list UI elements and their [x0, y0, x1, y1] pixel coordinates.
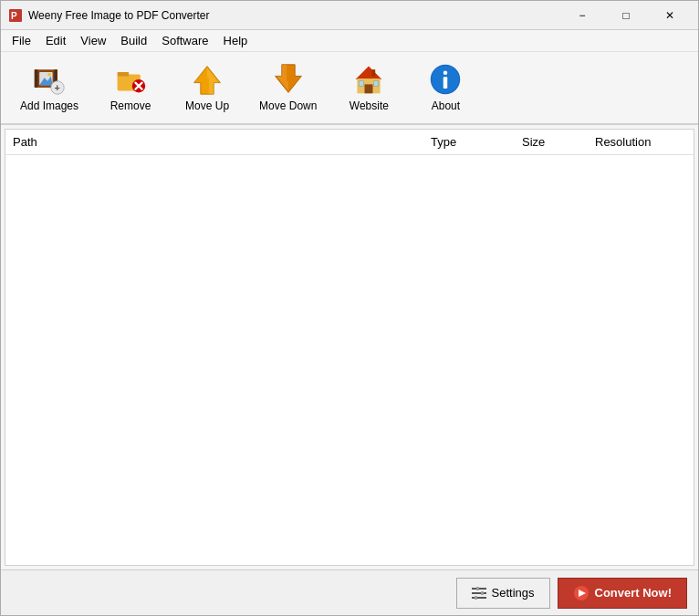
toolbar: + Add Images Remove	[1, 52, 698, 125]
remove-label: Remove	[110, 99, 151, 112]
column-resolution: Resolution	[595, 135, 686, 149]
svg-marker-26	[276, 65, 288, 91]
about-icon	[427, 63, 464, 96]
svg-rect-31	[360, 81, 364, 86]
svg-marker-24	[207, 68, 219, 94]
about-button[interactable]: About	[409, 57, 482, 119]
website-label: Website	[350, 99, 389, 112]
table-body	[5, 155, 694, 565]
svg-rect-7	[37, 79, 38, 82]
svg-rect-9	[54, 71, 56, 74]
svg-marker-27	[356, 67, 382, 79]
menu-file[interactable]: File	[5, 31, 38, 51]
table-header: Path Type Size Resolution	[5, 130, 694, 155]
svg-rect-30	[365, 84, 373, 93]
about-label: About	[432, 99, 460, 112]
move-up-label: Move Up	[185, 99, 229, 112]
svg-rect-36	[443, 77, 448, 89]
convert-icon	[573, 585, 589, 601]
settings-icon	[472, 586, 486, 600]
move-down-label: Move Down	[259, 99, 317, 112]
svg-point-35	[443, 71, 448, 76]
menu-edit[interactable]: Edit	[38, 31, 73, 51]
add-images-icon: +	[31, 63, 68, 96]
add-images-button[interactable]: + Add Images	[8, 57, 90, 119]
svg-rect-38	[472, 592, 486, 594]
svg-rect-6	[37, 76, 38, 78]
svg-rect-40	[476, 587, 479, 590]
website-button[interactable]: Website	[332, 57, 405, 119]
convert-label: Convert Now!	[595, 586, 673, 600]
menu-build[interactable]: Build	[113, 31, 154, 51]
svg-rect-10	[54, 76, 56, 78]
move-up-button[interactable]: Move Up	[171, 57, 244, 119]
move-up-icon	[189, 63, 225, 96]
remove-icon	[112, 63, 149, 96]
move-down-icon	[270, 63, 307, 96]
menu-bar: File Edit View Build Software Help	[1, 30, 698, 52]
svg-text:P: P	[11, 11, 17, 21]
menu-software[interactable]: Software	[154, 31, 215, 51]
website-icon	[350, 63, 387, 96]
svg-text:+: +	[54, 82, 59, 93]
file-list-area: Path Type Size Resolution	[5, 129, 694, 566]
svg-rect-5	[37, 71, 38, 74]
column-size: Size	[522, 135, 595, 149]
remove-button[interactable]: Remove	[94, 57, 167, 119]
menu-help[interactable]: Help	[216, 31, 256, 51]
svg-rect-28	[372, 69, 376, 76]
maximize-button[interactable]: □	[605, 1, 647, 30]
window-title: Weeny Free Image to PDF Converter	[28, 9, 561, 22]
window-controls: − □ ✕	[561, 1, 691, 30]
svg-rect-42	[475, 596, 477, 600]
svg-rect-39	[472, 597, 486, 599]
settings-button[interactable]: Settings	[456, 578, 550, 609]
column-path: Path	[13, 135, 431, 149]
svg-rect-8	[37, 84, 38, 87]
move-down-button[interactable]: Move Down	[247, 57, 329, 119]
add-images-label: Add Images	[20, 99, 78, 112]
minimize-button[interactable]: −	[561, 1, 603, 30]
bottom-bar: Settings Convert Now!	[1, 569, 698, 615]
close-button[interactable]: ✕	[649, 1, 691, 30]
svg-point-15	[47, 73, 51, 77]
svg-rect-41	[481, 591, 484, 595]
svg-rect-32	[374, 81, 379, 86]
app-icon: P	[8, 8, 23, 23]
title-bar: P Weeny Free Image to PDF Converter − □ …	[1, 1, 698, 30]
settings-label: Settings	[492, 586, 535, 600]
convert-button[interactable]: Convert Now!	[558, 578, 688, 609]
main-window: P Weeny Free Image to PDF Converter − □ …	[0, 0, 699, 616]
menu-view[interactable]: View	[73, 31, 113, 51]
column-type: Type	[431, 135, 522, 149]
svg-rect-19	[118, 72, 130, 77]
